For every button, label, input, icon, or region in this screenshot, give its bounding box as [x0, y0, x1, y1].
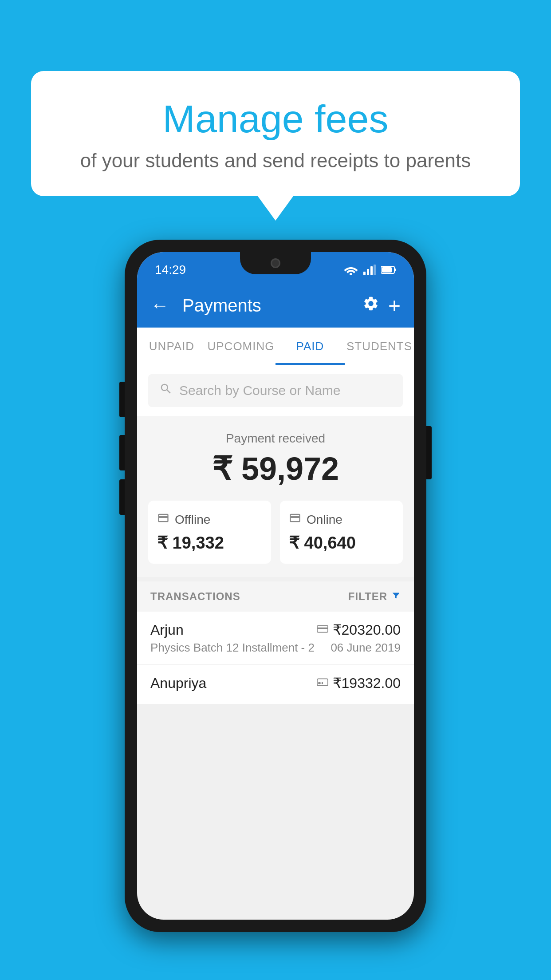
transactions-header: TRANSACTIONS FILTER [137, 581, 414, 612]
offline-amount: ₹ 19,332 [157, 533, 262, 553]
online-payment-card: Online ₹ 40,640 [280, 501, 403, 564]
svg-rect-11 [318, 682, 320, 684]
transaction-row-bottom-arjun: Physics Batch 12 Installment - 2 06 June… [150, 641, 401, 655]
table-row[interactable]: Anupriya ₹19332.00 [137, 665, 414, 704]
card-top-online: Online [289, 512, 394, 527]
payment-received-label: Payment received [148, 431, 403, 446]
transaction-row-top-arjun: Arjun ₹20320.00 [150, 621, 401, 638]
phone-screen: 14:29 [137, 252, 414, 920]
transaction-name: Arjun [150, 622, 184, 638]
back-button[interactable]: ← [150, 296, 169, 315]
svg-rect-1 [363, 272, 366, 275]
online-icon [289, 512, 301, 527]
svg-rect-12 [321, 682, 323, 684]
svg-rect-7 [394, 269, 396, 271]
speech-bubble-arrow [258, 196, 293, 221]
card-top-offline: Offline [157, 512, 262, 527]
transaction-amount-row: ₹20320.00 [317, 621, 401, 638]
speech-bubble-subtitle: of your students and send receipts to pa… [58, 150, 493, 172]
transaction-name: Anupriya [150, 675, 206, 692]
transaction-amount-row-2: ₹19332.00 [317, 675, 401, 692]
filter-container[interactable]: FILTER [348, 590, 401, 603]
transaction-amount: ₹20320.00 [333, 621, 401, 638]
speech-bubble-container: Manage fees of your students and send re… [31, 71, 520, 221]
settings-icon[interactable] [362, 295, 379, 316]
add-icon[interactable]: + [388, 293, 401, 318]
transaction-amount-2: ₹19332.00 [333, 675, 401, 692]
status-time: 14:29 [155, 263, 186, 277]
svg-rect-3 [370, 266, 373, 275]
front-camera [271, 258, 280, 268]
tabs-container: UNPAID UPCOMING PAID STUDENTS [137, 328, 414, 365]
offline-payment-card: Offline ₹ 19,332 [148, 501, 271, 564]
offline-icon [157, 512, 169, 527]
transaction-row-top-anupriya: Anupriya ₹19332.00 [150, 675, 401, 692]
transactions-label: TRANSACTIONS [150, 590, 240, 603]
card-payment-icon [317, 624, 328, 636]
tab-students[interactable]: STUDENTS [345, 328, 414, 365]
payment-summary: Payment received ₹ 59,972 Offline ₹ 19,3… [137, 416, 414, 577]
tab-unpaid[interactable]: UNPAID [137, 328, 206, 365]
tab-paid[interactable]: PAID [276, 328, 345, 365]
offline-label: Offline [175, 513, 210, 527]
table-row[interactable]: Arjun ₹20320.00 Physics Batch 12 Install… [137, 612, 414, 665]
search-bar[interactable]: Search by Course or Name [148, 374, 403, 407]
notch [240, 252, 311, 274]
svg-rect-9 [317, 628, 328, 629]
wifi-icon [344, 265, 358, 275]
online-label: Online [307, 513, 342, 527]
svg-point-0 [350, 273, 352, 275]
transactions-list: Arjun ₹20320.00 Physics Batch 12 Install… [137, 612, 414, 704]
header-icons: + [362, 293, 401, 318]
header-title: Payments [182, 296, 354, 316]
speech-bubble: Manage fees of your students and send re… [31, 71, 520, 196]
signal-icon [363, 265, 376, 275]
app-header: ← Payments + [137, 283, 414, 328]
battery-icon [381, 265, 396, 274]
online-amount: ₹ 40,640 [289, 533, 394, 553]
tab-upcoming[interactable]: UPCOMING [206, 328, 276, 365]
filter-icon [391, 590, 401, 603]
svg-rect-2 [367, 269, 369, 275]
search-container: Search by Course or Name [137, 365, 414, 416]
offline-payment-icon [317, 677, 328, 689]
phone-container: 14:29 [125, 240, 426, 932]
payment-total-amount: ₹ 59,972 [148, 450, 403, 487]
transaction-date: 06 June 2019 [331, 641, 401, 655]
search-placeholder: Search by Course or Name [179, 383, 341, 398]
transaction-course: Physics Batch 12 Installment - 2 [150, 641, 315, 655]
filter-label: FILTER [348, 590, 387, 603]
payment-cards: Offline ₹ 19,332 Online ₹ 40,640 [148, 501, 403, 564]
speech-bubble-title: Manage fees [58, 98, 493, 141]
svg-rect-4 [374, 265, 376, 275]
search-icon [159, 382, 173, 399]
status-icons [344, 265, 396, 275]
svg-rect-6 [382, 267, 392, 273]
